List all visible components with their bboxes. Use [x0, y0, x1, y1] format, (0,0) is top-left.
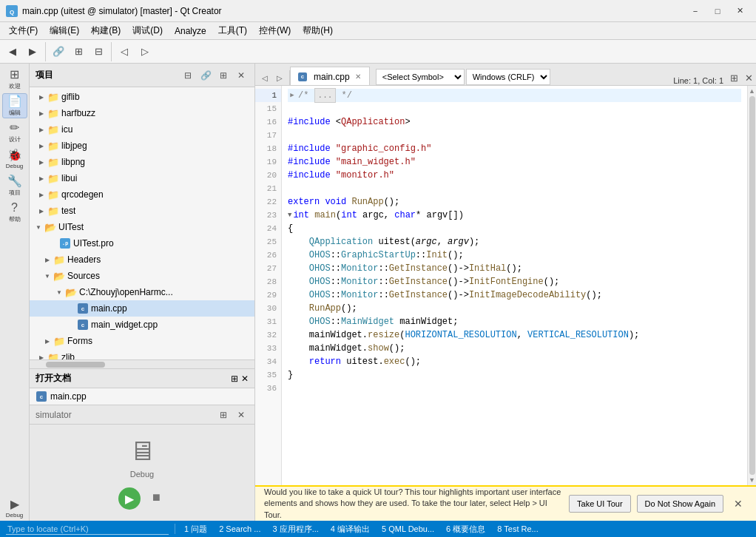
folder-icon-libpng: 📁 [47, 156, 59, 168]
toolbar-next-button[interactable]: ▷ [135, 42, 155, 61]
toolbar-link-button[interactable]: 🔗 [49, 42, 68, 61]
code-editor: 1 15 16 17 18 19 20 21 22 23 24 25 26 27… [255, 86, 756, 485]
toolbar-forward-button[interactable]: ▶ [23, 42, 42, 61]
code-line-17 [288, 129, 741, 142]
tree-item-forms[interactable]: ▶ 📁 Forms [30, 333, 254, 349]
toolbar-prev-button[interactable]: ◁ [115, 42, 134, 61]
status-app-label: 3 应用程序... [272, 524, 318, 535]
take-tour-button[interactable]: Take UI Tour [569, 495, 631, 513]
tree-item-maincpp[interactable]: ▶ c main.cpp [30, 300, 254, 317]
toolbar-grid-button[interactable]: ⊞ [69, 42, 88, 61]
toolbar-minus-button[interactable]: ⊟ [89, 42, 108, 61]
close-editor-button[interactable]: ✕ [741, 70, 756, 85]
window-controls: − □ ✕ [685, 4, 750, 18]
close-button[interactable]: ✕ [729, 4, 750, 18]
project-close-button[interactable]: ✕ [234, 68, 249, 83]
code-line-24: { [288, 222, 741, 235]
tree-hscroll[interactable] [30, 359, 254, 368]
activity-project[interactable]: 🔧 项目 [2, 173, 27, 198]
tree-item-uitest[interactable]: ▼ 📂 UITest [30, 219, 254, 235]
line-num-23: 23 [255, 209, 281, 222]
status-qml[interactable]: 5 QML Debu... [379, 521, 437, 537]
tree-item-uitest-pro[interactable]: ▶ .p UITest.pro [30, 235, 254, 251]
search-box[interactable] [6, 523, 169, 535]
tab-prev-button[interactable]: ◁ [258, 70, 271, 85]
activity-debug[interactable]: 🐞 Debug [2, 146, 27, 172]
activity-help[interactable]: ? 帮助 [2, 200, 27, 225]
line-num-21: 21 [255, 182, 281, 195]
cpp-icon-mainwidgetcpp: c [77, 319, 89, 331]
tree-item-icu[interactable]: ▶ 📁 icu [30, 121, 254, 138]
notification-close-button[interactable]: ✕ [729, 495, 747, 513]
fold-btn-1[interactable]: ▶ [288, 91, 297, 100]
activity-design[interactable]: ✏ 设计 [2, 120, 27, 145]
menu-item-analyze[interactable]: Analyze [169, 23, 212, 39]
split-editor-button[interactable]: ⊞ [726, 70, 741, 85]
tree-item-sources[interactable]: ▼ 📂 Sources [30, 268, 254, 284]
menu-item-w[interactable]: 控件(W) [253, 23, 297, 39]
maximize-button[interactable]: □ [707, 4, 728, 18]
simulator-expand-button[interactable]: ⊞ [216, 408, 231, 422]
tree-label-forms: Forms [67, 336, 92, 346]
code-line-20: #include "monitor.h" [288, 169, 741, 182]
line-num-20: 20 [255, 169, 281, 182]
editor-vscroll[interactable]: ▲ ▼ [747, 86, 756, 485]
tab-next-button[interactable]: ▷ [273, 70, 286, 85]
welcome-label: 欢迎 [9, 82, 21, 90]
tab-close-button[interactable]: ✕ [353, 72, 363, 82]
tree-item-headers[interactable]: ▶ 📁 Headers [30, 251, 254, 268]
simulator-stop-button[interactable]: ⏹ [146, 487, 166, 507]
search-input[interactable] [6, 523, 169, 535]
tree-item-libjpeg[interactable]: ▶ 📁 libjpeg [30, 138, 254, 154]
tree-item-mainwidgetcpp[interactable]: ▶ c main_widget.cpp [30, 317, 254, 333]
status-search[interactable]: 2 Search ... [216, 521, 263, 537]
code-line-36 [288, 382, 741, 395]
menu-item-d[interactable]: 调试(D) [126, 23, 169, 39]
status-app[interactable]: 3 应用程序... [269, 521, 321, 537]
activity-run[interactable]: ▶ Debug [2, 496, 27, 521]
activity-edit[interactable]: 📄 编辑 [2, 93, 27, 118]
project-sync-button[interactable]: 🔗 [198, 68, 213, 83]
tree-item-giflib[interactable]: ▶ 📁 giflib [30, 89, 254, 105]
tree-item-libui[interactable]: ▶ 📁 libui [30, 170, 254, 186]
tree-item-path[interactable]: ▼ 📂 C:\Zhouyj\openHarmc... [30, 284, 254, 300]
simulator-close-button[interactable]: ✕ [234, 408, 249, 422]
open-docs-close-button[interactable]: ✕ [241, 374, 249, 384]
tree-item-test[interactable]: ▶ 📁 test [30, 203, 254, 219]
project-filter-button[interactable]: ⊟ [180, 68, 195, 83]
menu-item-f[interactable]: 文件(F) [3, 23, 44, 39]
status-problems[interactable]: 1 问题 [181, 521, 210, 537]
scroll-down-button[interactable]: ▼ [749, 476, 755, 484]
simulator-run-button[interactable]: ▶ [118, 487, 141, 510]
tree-hscroll-thumb[interactable] [46, 362, 105, 368]
menu-item-b[interactable]: 构建(B) [85, 23, 126, 39]
tree-item-zlib[interactable]: ▶ 📁 zlib [30, 349, 254, 359]
open-docs-expand-button[interactable]: ⊞ [231, 374, 238, 384]
code-content[interactable]: ▶/* ... */ #include <QApplication> #incl… [282, 86, 747, 485]
menu-item-h[interactable]: 帮助(H) [297, 23, 339, 39]
menu-item-e[interactable]: 编辑(E) [44, 23, 85, 39]
project-header: 项目 ⊟ 🔗 ⊞ ✕ [30, 64, 254, 87]
symbol-selector[interactable]: <Select Symbol> [376, 69, 465, 85]
project-expand-button[interactable]: ⊞ [216, 68, 231, 83]
activity-welcome[interactable]: ⊞ 欢迎 [2, 67, 27, 92]
tree-item-libpng[interactable]: ▶ 📁 libpng [30, 154, 254, 170]
do-not-show-button[interactable]: Do Not Show Again [637, 495, 723, 513]
code-line-16: #include <QApplication> [288, 115, 741, 129]
status-compile[interactable]: 4 编译输出 [328, 521, 373, 537]
open-doc-maincpp[interactable]: c main.cpp [30, 388, 254, 405]
scroll-thumb[interactable] [749, 96, 755, 475]
tree-item-qrcodegen[interactable]: ▶ 📁 qrcodegen [30, 186, 254, 203]
menu-item-t[interactable]: 工具(T) [212, 23, 253, 39]
encoding-selector[interactable]: Windows (CRLF) [466, 69, 550, 85]
scroll-up-button[interactable]: ▲ [749, 87, 755, 95]
tree-item-harfbuzz[interactable]: ▶ 📁 harfbuzz [30, 105, 254, 121]
tab-toolbar: <Select Symbol> Windows (CRLF) [373, 69, 673, 85]
toolbar-back-button[interactable]: ◀ [3, 42, 22, 61]
status-summary[interactable]: 6 概要信息 [443, 521, 488, 537]
tab-maincpp[interactable]: c main.cpp ✕ [290, 67, 370, 86]
status-test[interactable]: 8 Test Re... [494, 521, 541, 537]
folder-icon-headers: 📁 [53, 254, 65, 266]
title-bar: Q main.cpp (uitest @ simulator) [master]… [0, 0, 756, 22]
minimize-button[interactable]: − [685, 4, 706, 18]
